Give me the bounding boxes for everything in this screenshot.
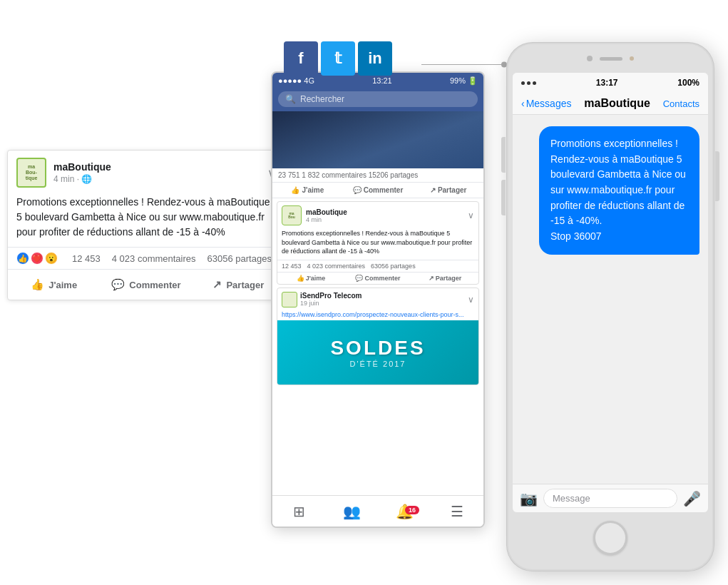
jaime-button[interactable]: 👍 J'aime (8, 273, 100, 297)
fb-phone-stats-text: 23 751 1 832 commentaires 15206 partages (278, 171, 418, 179)
phone-share-icon: ↗ (430, 186, 436, 194)
signal-dot-3 (533, 81, 536, 85)
soldes-avatar (282, 292, 297, 307)
reaction-icons: 👍 ❤️ 😮 (16, 252, 58, 265)
facebook-icon[interactable]: f (284, 41, 318, 76)
fb-phone-stats-row: 23 751 1 832 commentaires 15206 partages (272, 168, 483, 183)
sms-back-button[interactable]: ‹ Messages (521, 98, 571, 109)
phone-soldes-brand: iSendPro Telecom (300, 292, 362, 300)
phone-sms-screen: 13:17 100% ‹ Messages maBoutique Contact… (513, 73, 708, 512)
sms-message-body: Promotions exceptionnelles ! Rendez-vous… (513, 115, 708, 266)
phone-mini-jaime[interactable]: 👍 J'aime (277, 273, 344, 284)
phone-mini-commenter[interactable]: 💬 Commenter (344, 273, 411, 284)
sms-input-field[interactable]: Message (543, 489, 677, 508)
linkedin-icon[interactable]: in (358, 41, 392, 76)
fb-brand-name: maBoutique (53, 161, 111, 173)
phone-mini-avatar: maBou (282, 205, 302, 225)
like-action-icon: 👍 (31, 278, 44, 291)
phone-soldes-date: 19 juin (300, 300, 362, 307)
phone-mini-brand-name: maBoutique (306, 208, 347, 216)
connector-dot-top (501, 62, 507, 68)
likes-count: 12 453 (72, 253, 101, 264)
phone-mini-body: Promotions exceptionnelles ! Rendez-vous… (277, 229, 478, 260)
phone-mini-stats: 12 453 4 023 commentaires 63056 partages (277, 260, 478, 272)
menu-icon: ☰ (451, 503, 463, 520)
home-icon: ⊞ (293, 503, 305, 520)
notification-badge: 16 (405, 506, 419, 514)
phone-top-notch (587, 56, 634, 61)
phone-jaime-btn[interactable]: 👍 J'aime (272, 183, 343, 198)
search-placeholder: Rechercher (300, 94, 344, 104)
mic-icon[interactable]: 🎤 (683, 490, 701, 507)
avatar-text: maBou-tique (26, 164, 38, 180)
camera-icon[interactable]: 📷 (520, 490, 538, 507)
twitter-icon[interactable]: 𝕥 (321, 41, 355, 76)
phone-soldes-banner: SOLDES D'ÉTÉ 2017 (277, 320, 478, 385)
phone-like-icon: 👍 (291, 186, 299, 194)
fb-status-battery: 99% 🔋 (450, 76, 478, 86)
soldes-title: SOLDES (330, 337, 425, 360)
nav-notifications[interactable]: 🔔 16 (378, 503, 431, 520)
sensor-dot (630, 56, 634, 61)
side-button-volume-up (501, 137, 506, 173)
wow-icon: 😮 (45, 252, 58, 265)
phone-soldes-link[interactable]: https://www.isendpro.com/prospectez-nouv… (277, 311, 478, 320)
home-button[interactable] (593, 521, 627, 555)
speaker-bar (600, 57, 622, 61)
sms-time: 13:17 (596, 78, 618, 88)
phone-mini-partager[interactable]: ↗ Partager (411, 273, 478, 284)
phone-facebook: ●●●●● 4G 13:21 99% 🔋 🔍 Rechercher 23 751… (271, 71, 485, 528)
partager-label: Partager (226, 280, 264, 290)
phone-sms-outer: 13:17 100% ‹ Messages maBoutique Contact… (507, 43, 714, 571)
sms-nav-bar: ‹ Messages maBoutique Contacts (513, 93, 708, 115)
fb-search-bar[interactable]: 🔍 Rechercher (278, 91, 478, 107)
side-button-volume-down (501, 180, 506, 215)
fb-phone-nav: 🔍 Rechercher (272, 88, 483, 111)
fb-card-header: maBou-tique maBoutique 4 min · 🌐 ∨ (8, 151, 284, 195)
phone-partager-btn[interactable]: ↗ Partager (413, 183, 483, 198)
side-button-power (715, 151, 719, 201)
commenter-button[interactable]: 💬 Commenter (100, 273, 192, 297)
phone-soldes-header: iSendPro Telecom 19 juin ∨ (277, 288, 478, 311)
sms-contact-name: maBoutique (584, 97, 650, 110)
comments-count: 4 023 commentaires (112, 253, 196, 264)
love-icon: ❤️ (31, 252, 43, 265)
phone-mini-likes: 12 453 (282, 263, 302, 270)
scene: f 𝕥 in maBou-tique maBoutique 4 min · 🌐 … (0, 0, 728, 585)
social-icons-bar: f 𝕥 in (284, 41, 392, 76)
fb-actions-row: 👍 J'aime 💬 Commenter ↗ Partager (8, 269, 284, 300)
sms-message-text: Promotions exceptionnelles ! Rendez-vous… (550, 138, 686, 242)
nav-menu[interactable]: ☰ (431, 503, 483, 520)
sms-battery: 100% (677, 78, 699, 88)
phone-mini-chevron: ∨ (468, 210, 474, 220)
jaime-label: J'aime (48, 280, 77, 290)
sms-contacts-link[interactable]: Contacts (663, 98, 699, 109)
nav-home[interactable]: ⊞ (272, 503, 325, 520)
messages-back-label: Messages (526, 98, 572, 109)
fb-status-time: 13:21 (372, 76, 392, 85)
like-icon: 👍 (16, 252, 29, 265)
nav-friends[interactable]: 👥 (325, 503, 378, 520)
phone-commenter-btn[interactable]: 💬 Commenter (343, 183, 414, 198)
facebook-post-card-left: maBou-tique maBoutique 4 min · 🌐 ∨ Promo… (7, 150, 285, 300)
soldes-subtitle: D'ÉTÉ 2017 (350, 360, 406, 368)
phone-mini-shares: 63056 partages (371, 263, 416, 270)
friends-icon: 👥 (343, 503, 361, 520)
fb-post-body: Promotions exceptionnelles ! Rendez-vous… (8, 195, 284, 247)
phone-mini-post-card: maBou maBoutique 4 min ∨ Promotions exce… (277, 201, 479, 285)
sms-signal-dots (521, 81, 536, 85)
search-icon: 🔍 (285, 94, 296, 104)
fb-brand-info: maBoutique 4 min · 🌐 (53, 161, 111, 184)
phone-mini-actions: 👍 J'aime 💬 Commenter ↗ Partager (277, 272, 478, 284)
fb-banner-image (272, 111, 483, 168)
phone-soldes-card: iSendPro Telecom 19 juin ∨ https://www.i… (277, 288, 479, 385)
camera-dot (587, 56, 593, 61)
phone-mini-header: maBou maBoutique 4 min ∨ (277, 202, 478, 229)
comment-action-icon: 💬 (111, 278, 125, 291)
fb-status-signal: ●●●●● 4G (278, 76, 314, 85)
sms-message-bubble: Promotions exceptionnelles ! Rendez-vous… (539, 126, 699, 255)
connector-line-top (421, 64, 507, 65)
fb-post-time: 4 min · 🌐 (53, 174, 111, 184)
phone-comment-icon: 💬 (353, 186, 362, 194)
brand-avatar: maBou-tique (16, 158, 46, 188)
